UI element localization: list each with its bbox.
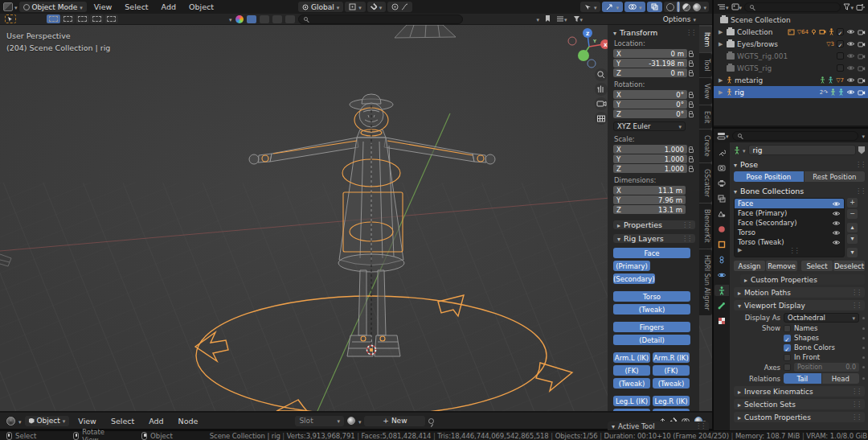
filter-dropdown[interactable] [573,14,583,23]
rotation-mode-dropdown[interactable]: XYZ Euler [613,121,686,131]
viewport-3d-scene[interactable]: Z X Y [0,25,712,411]
armature-name-field[interactable]: rig [748,145,856,155]
node-menu-add[interactable]: Add [143,414,169,428]
lock-icon[interactable] [689,53,694,57]
outliner-row-eyes-brows[interactable]: ▶ Eyes/brows ▽3 [714,38,868,50]
outliner-row-wgts-rig[interactable]: WGTS_rig [714,62,868,74]
animate-dot[interactable] [862,317,865,319]
material-shading-button[interactable] [682,3,690,11]
gizmo-neg-z-axis[interactable] [588,60,596,68]
asset-category-materials-button[interactable] [260,15,269,23]
outliner-row-wgts-rig-001[interactable]: WGTS_rig.001 [714,50,868,62]
show-object-types-dropdown[interactable] [580,2,601,12]
material-preview-icon[interactable] [347,417,355,425]
tab-hdri-sun-aligner[interactable]: HDRI Sun Aligner [699,249,712,316]
outliner-row-scene-collection[interactable]: Scene Collection [714,14,868,26]
viewport-3d[interactable]: Z X Y User Perspective (2 [0,25,712,411]
deselect-button[interactable]: Deselect [833,261,865,271]
eye-icon[interactable] [832,230,841,236]
menu-view[interactable]: View [88,0,118,14]
select-subtract-button[interactable] [76,14,89,23]
camera-visibility-icon[interactable] [858,41,866,47]
node-menu-select[interactable]: Select [105,414,140,428]
expand-icon[interactable]: ▶ [719,77,724,84]
tab-item[interactable]: Item [699,27,712,52]
rotation-z-field[interactable]: Z0° [613,109,687,118]
asset-search-input[interactable] [298,14,463,24]
lock-icon[interactable] [689,168,694,172]
animate-dot[interactable] [862,337,865,339]
wireframe-shading-button[interactable] [666,3,674,11]
bone-collection-face-primary[interactable]: Face (Primary) [735,208,844,218]
lock-icon[interactable] [689,72,694,76]
outliner-filter-dropdown[interactable] [843,2,854,11]
camera-visibility-icon[interactable] [858,29,866,35]
display-settings-dropdown[interactable] [556,14,567,23]
lock-icon[interactable] [689,63,694,67]
shapes-checkbox[interactable] [784,335,791,342]
in-front-checkbox[interactable] [784,354,791,361]
remove-button[interactable]: Remove [766,261,797,271]
expand-icon[interactable]: ▶ [719,29,724,35]
add-collection-button[interactable]: + [847,198,858,208]
bone-colors-checkbox[interactable] [784,344,791,352]
properties-editor-type-dropdown[interactable] [717,131,729,140]
fake-user-shield-icon[interactable] [858,146,865,154]
dimensions-z-field[interactable]: Z13.1 m [613,205,686,214]
select-invert-button[interactable] [90,14,104,23]
eye-icon[interactable] [846,41,855,47]
outliner-display-mode-dropdown[interactable] [717,2,729,11]
tab-tool[interactable]: Tool [699,53,712,77]
rotation-x-field[interactable]: X0° [613,90,687,99]
specials-menu-button[interactable]: ▾ [847,248,858,257]
rig-layer-arm-r-ik-button[interactable]: Arm.R (IK) [653,352,690,363]
rig-layer-arm-l-ik-button[interactable]: Arm.L (IK) [613,352,650,363]
inverse-kinematics-panel[interactable]: Inverse Kinematics ⋮⋮ [734,386,865,397]
rendered-shading-button[interactable] [693,3,701,11]
editor-type-icon[interactable] [6,417,15,426]
rotation-y-field[interactable]: Y0° [613,100,687,109]
select-extend-button[interactable] [61,14,75,23]
gizmos-dropdown[interactable] [602,2,623,12]
bone-collection-torso-tweak[interactable]: Torso (Tweak) [735,237,844,247]
dimensions-x-field[interactable]: X11.1 m [613,186,686,195]
pose-panel-header[interactable]: Pose ⋮⋮ [734,158,865,170]
location-y-field[interactable]: Y-31.198 m [613,59,687,68]
eye-icon[interactable] [832,201,841,207]
lock-icon[interactable] [689,158,694,162]
bone-collection-face[interactable]: Face [735,199,844,208]
pivot-point-dropdown[interactable] [345,2,366,12]
rig-layer-face-secondary-button[interactable]: (Secondary) [613,273,655,284]
bone-collection-face-secondary[interactable]: Face (Secondary) [735,218,844,228]
tab-object-properties[interactable] [714,239,729,250]
active-tool-panel[interactable]: Active Tool ⋮⋮ [608,421,709,430]
relations-head-button[interactable]: Head [822,373,860,384]
rig-layer-torso-tweak-button[interactable]: (Tweak) [613,304,690,315]
lock-icon[interactable] [689,94,694,98]
select-new-button[interactable] [47,14,60,23]
location-x-field[interactable]: X0 m [613,49,687,58]
select-button[interactable]: Select [801,261,833,271]
remove-collection-button[interactable]: − [847,209,858,219]
asset-category-brushes-button[interactable] [285,15,295,23]
move-down-button[interactable]: ▾ [847,234,858,244]
asset-category-models-button[interactable] [247,15,256,23]
bookmark-icon[interactable] [545,15,551,23]
rig-layer-fingers-button[interactable]: Fingers [613,322,690,332]
collection-checkbox[interactable] [837,52,844,60]
menu-object[interactable]: Object [183,0,219,14]
tab-create[interactable]: Create [699,130,712,162]
motion-paths-panel[interactable]: Motion Paths ⋮⋮ [734,287,865,298]
blenderkit-logo-icon[interactable] [235,15,244,23]
tab-view[interactable]: View [699,78,712,105]
menu-add[interactable]: Add [156,0,182,14]
tweak-tool-button[interactable] [5,14,16,23]
axes-checkbox[interactable] [784,364,791,371]
camera-visibility-icon[interactable] [858,53,866,60]
tab-bone-properties[interactable] [714,300,729,311]
pose-position-button[interactable]: Pose Position [734,171,804,182]
outliner-filter-id-dropdown[interactable] [731,2,743,11]
collection-checkbox[interactable] [837,28,844,35]
slot-dropdown[interactable]: Slot [295,416,344,426]
overlays-dropdown[interactable] [624,2,646,12]
